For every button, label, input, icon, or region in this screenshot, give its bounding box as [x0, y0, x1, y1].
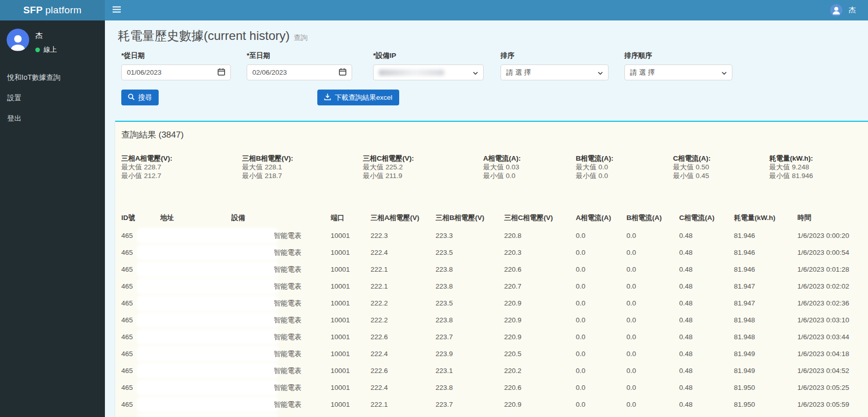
cell-device: 智能電表: [231, 227, 331, 244]
cell-voltage-c: 220.8: [504, 227, 576, 244]
cell-kwh: 81.949: [734, 345, 797, 362]
cell-voltage-b: 223.3: [436, 227, 504, 244]
cell-voltage-c: 220.9: [504, 312, 576, 328]
table-header-row: ID號地址設備端口三相A相電壓(V)三相B相電壓(V)三相C相電壓(V)A相電流…: [121, 209, 868, 227]
search-button[interactable]: 搜尋: [121, 90, 159, 105]
table-row: 465智能電表10001222.6223.7220.90.00.00.4881.…: [121, 328, 868, 345]
sidebar-toggle-button[interactable]: [105, 0, 128, 20]
cell-address: [160, 379, 231, 396]
stat-min-value: 最小值 211.9: [363, 171, 483, 180]
cell-current-a: 0.0: [576, 227, 626, 244]
cell-voltage-b: 223.8: [436, 379, 504, 396]
cell-address: [160, 227, 231, 244]
cell-port: 10001: [331, 328, 371, 345]
to-date-input[interactable]: 02/06/2023: [247, 64, 352, 80]
sort-select[interactable]: 請選擇: [501, 64, 609, 80]
cell-kwh: 81.947: [734, 278, 797, 295]
from-date-input[interactable]: 01/06/2023: [121, 64, 231, 80]
cell-address: [160, 396, 231, 413]
cell-voltage-a: 222.6: [371, 328, 436, 345]
column-header: 耗電量(kW.h): [734, 209, 797, 227]
column-header: 三相A相電壓(V): [371, 209, 436, 227]
table-row: 465智能電表10001222.4223.5220.30.00.00.4881.…: [121, 244, 868, 261]
cell-time: 1/6/2023 0:03:44: [797, 328, 868, 345]
sort-label: 排序: [501, 51, 609, 60]
cell-current-c: 0.48: [679, 328, 734, 345]
stat-column: B相電流(A):最大值 0.0最小值 0.0: [576, 154, 673, 180]
cell-device: 智能電表: [231, 345, 331, 362]
cell-port: 10001: [331, 362, 371, 379]
column-header: 端口: [331, 209, 371, 227]
cell-voltage-c: 220.9: [504, 396, 576, 413]
cell-port: 10001: [331, 244, 371, 261]
cell-address: [160, 362, 231, 379]
cell-current-a: 0.0: [576, 328, 626, 345]
cell-kwh: 81.946: [734, 244, 797, 261]
top-navbar: SFP platform 杰 登出: [0, 0, 868, 20]
cell-time: 1/6/2023 0:05:59: [797, 396, 868, 413]
cell-voltage-a: 222.2: [371, 295, 436, 312]
sidebar-item-logout[interactable]: 登出: [0, 108, 105, 129]
device-ip-label: *設備IP: [373, 51, 484, 60]
cell-current-a: 0.0: [576, 261, 626, 278]
page-title: 耗電量歷史數據(current history)查詢: [118, 28, 868, 44]
calendar-icon[interactable]: [339, 68, 346, 77]
cell-current-b: 0.0: [626, 362, 679, 379]
table-row: 465智能電表10001222.1223.7220.90.00.00.4881.…: [121, 396, 868, 413]
page-title-text: 耗電量歷史數據(current history): [118, 29, 290, 42]
download-button-label: 下載查詢結果excel: [335, 93, 393, 102]
brand-logo[interactable]: SFP platform: [0, 0, 105, 20]
sort-order-label: 排序順序: [624, 51, 732, 60]
stat-min-value: 最小值 212.7: [121, 171, 242, 180]
sidebar-item-settings[interactable]: 設置: [0, 88, 105, 108]
results-card: 查詢結果 (3847) 三相A相電壓(V):最大值 228.7最小值 212.7…: [115, 121, 868, 417]
cell-current-c: 0.48: [679, 244, 734, 261]
cell-kwh: 81.949: [734, 362, 797, 379]
cell-voltage-a: 222.4: [371, 379, 436, 396]
cell-voltage-c: 220.6: [504, 261, 576, 278]
sort-selected-value: 請選擇: [506, 68, 533, 77]
cell-port: 10001: [331, 261, 371, 278]
cell-current-b: 0.0: [626, 295, 679, 312]
cell-port: 10001: [331, 278, 371, 295]
cell-time: 1/6/2023 0:00:20: [797, 227, 868, 244]
brand-rest: platform: [45, 5, 81, 16]
cell-voltage-c: 220.3: [504, 244, 576, 261]
chevron-down-icon: [722, 69, 727, 76]
filter-bar: *從日期 01/06/2023 *至日期 02/06/2023: [121, 51, 868, 80]
user-avatar: [7, 29, 29, 51]
main-content: 耗電量歷史數據(current history)查詢 *從日期 01/06/20…: [105, 20, 868, 417]
cell-current-b: 0.0: [626, 396, 679, 413]
device-ip-select[interactable]: [373, 64, 484, 80]
cell-port: 10001: [331, 396, 371, 413]
device-ip-redacted-value: [379, 70, 444, 76]
download-excel-button[interactable]: 下載查詢結果excel: [317, 90, 399, 105]
cell-kwh: 81.947: [734, 295, 797, 312]
stat-column: A相電流(A):最大值 0.03最小值 0.0: [483, 154, 576, 180]
navbar-user-name[interactable]: 杰: [849, 6, 856, 15]
stat-label: 三相C相電壓(V):: [363, 154, 483, 163]
cell-current-a: 0.0: [576, 379, 626, 396]
cell-address: [160, 261, 231, 278]
table-row: 465智能電表10001222.2223.5220.90.00.00.4881.…: [121, 295, 868, 312]
cell-voltage-b: 223.8: [436, 278, 504, 295]
sidebar-item-iot-query[interactable]: 悅和IoT數據查詢: [0, 68, 105, 88]
calendar-icon[interactable]: [218, 68, 225, 77]
stat-column: 三相C相電壓(V):最大值 225.2最小值 211.9: [363, 154, 483, 180]
cell-current-c: 0.48: [679, 227, 734, 244]
download-icon: [324, 93, 331, 102]
cell-current-a: 0.0: [576, 396, 626, 413]
column-header: 地址: [160, 209, 231, 227]
cell-voltage-b: 223.5: [436, 244, 504, 261]
cell-kwh: 81.946: [734, 261, 797, 278]
action-buttons: 搜尋 下載查詢結果excel: [121, 90, 868, 105]
sort-order-select[interactable]: 請選擇: [624, 64, 732, 80]
cell-voltage-b: 223.7: [436, 328, 504, 345]
cell-current-c: 0.48: [679, 312, 734, 328]
cell-time: 1/6/2023 0:06:33: [797, 413, 868, 417]
cell-port: 10001: [331, 312, 371, 328]
cell-voltage-b: 223.7: [436, 396, 504, 413]
cell-voltage-c: 220.2: [504, 362, 576, 379]
cell-kwh: 81.948: [734, 312, 797, 328]
user-avatar-icon[interactable]: [830, 4, 842, 16]
